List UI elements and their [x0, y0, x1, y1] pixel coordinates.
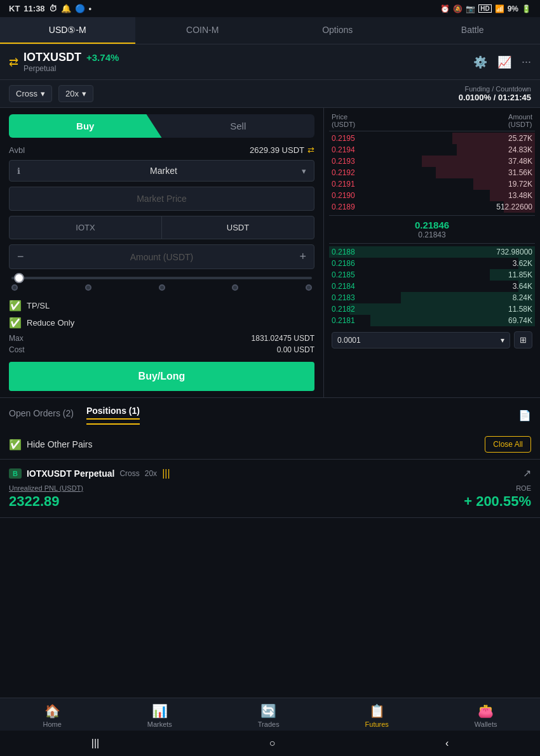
buy-long-button[interactable]: Buy/Long [9, 362, 314, 391]
slider-dot-0[interactable] [11, 284, 18, 291]
wallets-icon: 👛 [478, 703, 494, 719]
slider-dot-50[interactable] [159, 284, 165, 291]
slider-track [11, 277, 312, 279]
tab-coin-m[interactable]: COIN-M [135, 17, 271, 44]
pair-info: ⇄ IOTXUSDT +3.74% Perpetual [9, 51, 119, 73]
android-menu-btn[interactable]: ||| [91, 738, 99, 749]
transfer-icon[interactable]: ⇄ [307, 145, 314, 155]
buy-price-3: 0.2184 [332, 282, 355, 291]
amount-minus-btn[interactable]: − [17, 250, 24, 263]
hide-pairs-check-icon[interactable]: ✅ [9, 439, 22, 451]
position-leverage: 20x [145, 469, 157, 478]
order-book: Price(USDT) Amount(USDT) 0.2195 25.27K 0… [324, 108, 540, 397]
margin-type-dropdown[interactable]: Cross ▾ [9, 85, 52, 102]
nav-wallets[interactable]: 👛 Wallets [475, 703, 497, 728]
nav-wallets-label: Wallets [475, 720, 497, 728]
leverage-dropdown[interactable]: 20x ▾ [58, 85, 93, 102]
ob-bottom-controls: 0.0001 ▾ ⊞ [329, 331, 535, 348]
hide-other-pairs-row: ✅ Hide Other Pairs Close All [0, 430, 540, 460]
buy-row-4: 0.2183 8.24K [329, 292, 535, 303]
slider-dot-75[interactable] [232, 284, 238, 291]
ob-header: Price(USDT) Amount(USDT) [329, 113, 535, 131]
more-options-icon[interactable]: ··· [522, 55, 531, 69]
ob-amount-header: Amount(USDT) [508, 113, 532, 128]
qty-filter-select[interactable]: 0.0001 ▾ [332, 332, 510, 348]
status-right: ⏰ 🔕 📷 HD 📶 9% 🔋 [440, 4, 531, 13]
sell-price-2: 0.2193 [332, 157, 355, 166]
buy-row-0: 0.2188 732.98000 [329, 246, 535, 258]
tab-usd-m[interactable]: USD⑤-M [0, 17, 135, 44]
nav-home[interactable]: 🏠 Home [43, 703, 61, 728]
buy-sell-tabs: Buy Sell [9, 114, 314, 138]
buy-row-2: 0.2185 11.85K [329, 269, 535, 281]
reduce-only-row[interactable]: ✅ Reduce Only [9, 317, 314, 329]
market-price-display: Market Price [9, 187, 314, 211]
carrier: KT [9, 4, 20, 13]
tpsl-row[interactable]: ✅ TP/SL [9, 300, 314, 312]
ob-price-header: Price(USDT) [332, 113, 355, 128]
pair-change: +3.74% [86, 52, 119, 63]
avbl-row: Avbl 2629.39 USDT ⇄ [9, 145, 314, 155]
position-info: B IOTXUSDT Perpetual Cross 20x ||| [9, 468, 170, 479]
amount-input-row[interactable]: − Amount (USDT) + [9, 244, 314, 269]
tab-options[interactable]: Options [270, 17, 405, 44]
tab-open-orders[interactable]: Open Orders (2) [9, 408, 74, 422]
bottom-nav: 🏠 Home 📊 Markets 🔄 Trades 📋 Futures 👛 Wa… [0, 698, 540, 731]
cost-label: Cost [9, 345, 25, 354]
cost-row: Cost 0.00 USDT [9, 345, 314, 354]
order-type-chevron-icon: ▾ [302, 166, 306, 176]
ob-mid-price: 0.21846 0.21843 [329, 215, 535, 244]
android-home-btn[interactable]: ○ [269, 738, 276, 749]
android-nav-bar: ||| ○ ‹ [0, 731, 540, 756]
buy-orders: 0.2188 732.98000 0.2186 3.62K 0.2185 11.… [329, 246, 535, 326]
slider-dot-25[interactable] [85, 284, 91, 291]
nav-markets-label: Markets [147, 720, 172, 728]
sell-price-0: 0.2195 [332, 134, 355, 143]
close-all-button[interactable]: Close All [485, 436, 531, 453]
sell-tab[interactable]: Sell [162, 114, 315, 138]
app-icon: 🔵 [75, 4, 85, 13]
sell-orders: 0.2195 25.27K 0.2194 24.83K 0.2193 37.48… [329, 133, 535, 213]
alarm-icon: ⏰ [440, 4, 450, 13]
sell-row-5: 0.2190 13.48K [329, 190, 535, 201]
mid-sub-price: 0.21843 [332, 230, 532, 239]
coin-iotx[interactable]: IOTX [10, 216, 162, 239]
margin-chevron-icon: ▾ [41, 89, 45, 98]
amount-plus-btn[interactable]: + [299, 250, 306, 263]
sell-price-3: 0.2192 [332, 168, 355, 177]
status-left: KT 11:38 ⏱ 🔔 🔵 • [9, 4, 91, 13]
orders-doc-icon[interactable]: 📄 [518, 409, 531, 421]
slider-thumb[interactable] [14, 273, 24, 283]
position-external-link-icon[interactable]: ↗ [523, 467, 531, 479]
funding-value: 0.0100% / 01:21:45 [459, 93, 531, 102]
nav-futures-label: Futures [365, 720, 389, 728]
sell-row-3: 0.2192 31.56K [329, 167, 535, 178]
nav-markets[interactable]: 📊 Markets [147, 703, 172, 728]
chart-settings-icon[interactable]: ⚙️ [473, 55, 487, 69]
nav-trades[interactable]: 🔄 Trades [258, 703, 280, 728]
leverage-slider[interactable] [9, 277, 314, 291]
nav-futures[interactable]: 📋 Futures [365, 703, 389, 728]
pnl-info: Unrealized PNL (USDT) 2322.89 [9, 484, 83, 510]
amount-placeholder: Amount (USDT) [24, 252, 300, 262]
android-back-btn[interactable]: ‹ [445, 738, 449, 749]
coin-usdt[interactable]: USDT [162, 216, 314, 239]
roe-label: ROE [464, 484, 531, 492]
tpsl-check-icon: ✅ [9, 300, 22, 312]
coin-selector: IOTX USDT [9, 216, 314, 239]
leverage-label: 20x [65, 89, 79, 98]
tab-battle[interactable]: Battle [405, 17, 541, 44]
buy-tab[interactable]: Buy [9, 114, 162, 138]
pair-swap-icon: ⇄ [9, 55, 18, 69]
avbl-label: Avbl [9, 145, 25, 155]
slider-dot-100[interactable] [306, 284, 312, 291]
max-value: 1831.02475 USDT [252, 334, 314, 343]
buy-row-3: 0.2184 3.64K [329, 281, 535, 292]
tab-positions[interactable]: Positions (1) [86, 406, 140, 425]
pnl-value: 2322.89 [9, 493, 83, 510]
leverage-chevron-icon: ▾ [82, 89, 86, 98]
chart-view-icon[interactable]: 📈 [497, 55, 511, 69]
hide-pairs-left: ✅ Hide Other Pairs [9, 439, 92, 451]
order-type-selector[interactable]: ℹ Market ▾ [9, 160, 314, 182]
ob-layout-btn[interactable]: ⊞ [514, 331, 532, 348]
